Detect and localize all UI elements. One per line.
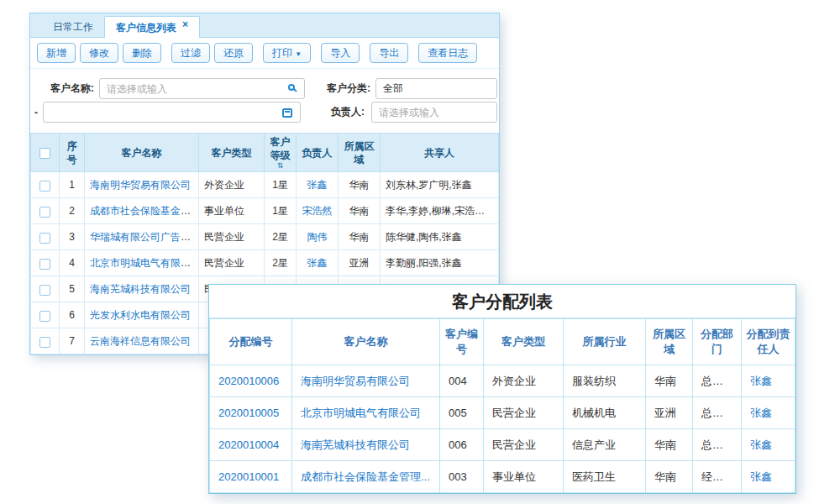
col-header-dept: 分配部门: [693, 319, 742, 365]
assignee-cell: 张鑫: [742, 461, 795, 493]
tab-daily-work[interactable]: 日常工作: [42, 17, 104, 37]
customer-name-link[interactable]: 成都市社会保险基金管理...: [301, 470, 430, 483]
row-checkbox[interactable]: [39, 311, 50, 322]
customer-name-input[interactable]: [100, 79, 304, 98]
customer-name-cell: 海南芜城科技有限公司: [85, 276, 199, 302]
print-button[interactable]: 打印 ▼: [263, 43, 311, 63]
shared-people-cell: 陈华健,陶伟,张鑫: [381, 224, 499, 250]
department-cell: 总经办: [693, 365, 742, 397]
export-button[interactable]: 导出: [370, 43, 408, 63]
row-checkbox[interactable]: [39, 233, 50, 244]
date-field: [43, 102, 301, 123]
customer-name-cell: 光发水利水电有限公司: [85, 302, 199, 328]
restore-button[interactable]: 还原: [214, 43, 253, 63]
row-number: 6: [60, 302, 85, 328]
row-checkbox-cell: [31, 276, 60, 302]
owner-link[interactable]: 张鑫: [307, 257, 328, 269]
filter-button[interactable]: 过滤: [171, 43, 210, 63]
assignee-link[interactable]: 张鑫: [750, 438, 772, 451]
customer-name-link[interactable]: 海南明华贸易有限公司: [301, 375, 410, 387]
owner-field: [371, 102, 497, 123]
filter-area: 客户名称: 客户分类: 全部 - 负责人:: [30, 69, 499, 133]
customer-name-link[interactable]: 海南明华贸易有限公司: [90, 179, 191, 191]
row-checkbox-cell: [31, 172, 60, 198]
industry-cell: 机械机电: [564, 397, 646, 429]
owner-link[interactable]: 陶伟: [307, 231, 328, 243]
row-checkbox[interactable]: [39, 181, 50, 192]
calendar-icon[interactable]: [282, 108, 292, 118]
allocation-id-link[interactable]: 2020010001: [218, 470, 279, 483]
customer-type-cell: 民营企业: [484, 429, 564, 461]
row-checkbox-cell: [31, 250, 60, 276]
customer-type-cell: 民营企业: [484, 397, 564, 429]
col-header-allocation-id: 分配编号: [210, 319, 292, 365]
customer-no-cell: 004: [440, 365, 484, 397]
customer-name-link[interactable]: 海南芜城科技有限公司: [90, 283, 191, 295]
col-header-assignee: 分配到责任人: [742, 319, 795, 365]
search-icon[interactable]: [288, 84, 295, 91]
owner-link[interactable]: 宋浩然: [302, 205, 333, 217]
customer-name-link[interactable]: 海南芜城科技有限公司: [301, 438, 410, 451]
shared-people-cell: 李华,李婷,柳琳,宋浩然,张鑫: [381, 198, 499, 224]
customer-name-link[interactable]: 北京市明城电气有限公司: [301, 407, 421, 419]
allocation-id-cell: 2020010006: [210, 365, 292, 397]
row-number: 3: [60, 224, 85, 250]
allocation-id-cell: 2020010004: [210, 429, 292, 461]
tab-bar: 日常工作 客户信息列表 ×: [30, 13, 499, 38]
customer-name-link[interactable]: 云南海祥信息有限公司: [90, 335, 191, 347]
customer-no-cell: 005: [440, 397, 484, 429]
print-button-label: 打印: [272, 47, 292, 59]
customer-table-header-row: 序号 客户名称 客户类型 客户等级 ⇅ 负责人 所属区域 共享人: [31, 134, 499, 172]
sort-icon[interactable]: ⇅: [267, 162, 293, 170]
customer-row: 4北京市明城电气有限公司民营企业2星张鑫亚洲李勤丽,阳强,张鑫: [31, 250, 499, 276]
customer-name-cell: 海南明华贸易有限公司: [292, 365, 440, 397]
allocation-row: 2020010004海南芜城科技有限公司006民营企业信息产业华南总经办张鑫: [210, 429, 795, 461]
industry-cell: 服装纺织: [564, 365, 646, 397]
page: 日常工作 客户信息列表 × 新增 修改 删除 过滤 还原 打印 ▼ 导入 导出 …: [0, 0, 840, 504]
region-cell: 亚洲: [646, 397, 693, 429]
toolbar: 新增 修改 删除 过滤 还原 打印 ▼ 导入 导出 查看日志: [30, 38, 499, 69]
row-checkbox[interactable]: [39, 259, 50, 270]
row-checkbox-cell: [31, 224, 60, 250]
delete-button[interactable]: 删除: [123, 43, 161, 63]
allocation-id-link[interactable]: 2020010006: [218, 375, 279, 387]
col-header-region: 所属区域: [646, 319, 693, 365]
col-header-customer-type: 客户类型: [484, 319, 564, 365]
allocation-id-link[interactable]: 2020010004: [218, 438, 279, 451]
col-header-shared: 共享人: [381, 134, 499, 172]
row-checkbox[interactable]: [39, 207, 50, 218]
assignee-cell: 张鑫: [742, 429, 795, 461]
assignee-link[interactable]: 张鑫: [750, 407, 772, 419]
view-log-button[interactable]: 查看日志: [418, 43, 477, 63]
customer-name-link[interactable]: 光发水利水电有限公司: [90, 309, 191, 321]
add-button[interactable]: 新增: [37, 43, 76, 63]
owner-cell: 张鑫: [297, 250, 339, 276]
row-checkbox[interactable]: [39, 285, 50, 296]
caret-down-icon: ▼: [295, 50, 302, 58]
customer-name-link[interactable]: 成都市社会保险基金管理...: [90, 205, 199, 217]
customer-type-cell: 外资企业: [199, 172, 265, 198]
filter-row-2: - 负责人:: [30, 102, 499, 123]
owner-label: 负责人:: [331, 105, 371, 119]
customer-name-cell: 成都市社会保险基金管理...: [292, 461, 440, 493]
department-cell: 总经办: [693, 429, 742, 461]
allocation-row: 2020010006海南明华贸易有限公司004外资企业服装纺织华南总经办张鑫: [210, 365, 795, 397]
assignee-link[interactable]: 张鑫: [750, 470, 772, 483]
customer-name-link[interactable]: 北京市明城电气有限公司: [90, 257, 199, 269]
date-input[interactable]: [44, 102, 300, 122]
shared-people-cell: 李勤丽,阳强,张鑫: [381, 250, 499, 276]
import-button[interactable]: 导入: [321, 43, 360, 63]
customer-category-select[interactable]: 全部: [375, 78, 497, 99]
row-checkbox[interactable]: [39, 337, 50, 348]
assignee-link[interactable]: 张鑫: [750, 375, 772, 387]
owner-link[interactable]: 张鑫: [307, 179, 328, 191]
select-all-checkbox[interactable]: [39, 148, 50, 159]
customer-name-link[interactable]: 华瑞城有限公司广告设计部: [90, 231, 199, 243]
col-header-customer-level[interactable]: 客户等级 ⇅: [265, 134, 297, 172]
modify-button[interactable]: 修改: [80, 43, 118, 63]
owner-input[interactable]: [372, 102, 496, 122]
date-range-dash: -: [34, 107, 43, 118]
allocation-id-link[interactable]: 2020010005: [218, 407, 279, 419]
close-icon[interactable]: ×: [182, 14, 188, 34]
tab-customer-info-list[interactable]: 客户信息列表 ×: [104, 16, 200, 38]
